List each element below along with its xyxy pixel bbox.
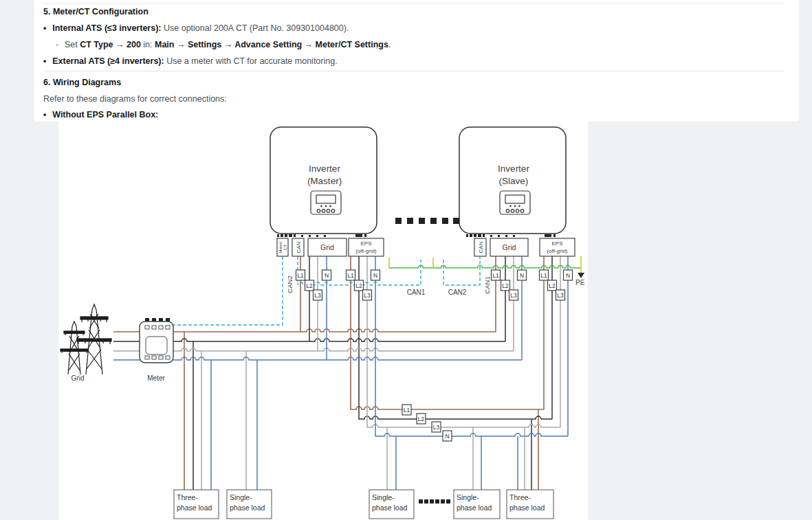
sub-seg4: Main → Settings → Advance Setting → Mete… [155,40,388,49]
port-label-can: CAN [478,241,484,253]
inverter-master-label-line2: (Master) [307,176,342,186]
wiring-diagram-image: PE Inverter (Master) [58,122,588,520]
port-label-eps-1: EPS [551,240,562,247]
bullet-bold-text: External ATS (≥4 inverters): [52,56,164,66]
grid-towers-label: Grid [72,374,85,382]
port-label-grid: Grid [503,243,516,251]
terminal-label-n: N [566,272,570,279]
terminal-labels-master-grid: L1 L2 L3 N [296,270,331,300]
bullet-text: Internal ATS (≤3 inverters): Use optiona… [52,23,349,33]
terminal-label-n: N [445,433,449,440]
meter-device [140,318,173,363]
inverter-display-panel-icon [311,191,341,214]
terminal-labels-eps-bus: L1 L2 L3 N [402,405,452,441]
inverter-bottom-ports-icon [466,234,556,237]
load-label-line1: Single- [230,493,252,501]
sub-seg1: Set [65,40,80,49]
load-label-line2: phase load [230,504,265,512]
terminal-label-l1: L1 [347,272,354,279]
load-label-line1: Single- [372,493,395,501]
terminal-label-n: N [520,272,524,279]
inverter-chain-ellipsis-icon [395,218,459,224]
terminal-label-n: N [373,272,377,279]
sub-bullet-marker: ◦ [56,41,58,49]
sub-bullet-ct-type: ◦ Set CT Type → 200 in: Main → Settings … [56,40,391,49]
inverter-display-panel-icon [500,191,530,214]
terminal-label-l1: L1 [492,272,499,279]
port-label-eps-2: (off-grid) [547,248,567,254]
sub-seg2: CT Type → 200 [80,40,141,49]
meter-label: Meter [147,374,165,382]
terminal-label-l2: L2 [502,282,509,289]
load-three-phase-left: Three- phase load [174,490,219,519]
bullet-bold-text: Without EPS Parallel Box: [52,110,158,120]
inverter-slave-unit: Inverter (Slave) [459,127,566,237]
load-single-phase-left: Single- phase load [227,490,272,519]
inverter-slave-label-line2: (Slave) [499,176,529,186]
terminal-label-l2: L2 [418,416,425,422]
port-label-can: CAN [296,241,302,253]
terminal-labels-master-eps: L1 L2 L3 N [347,270,380,300]
can2-bus-label: CAN2 [448,289,467,296]
terminal-label-l1: L1 [540,272,547,279]
section-6-heading: 6. Wiring Diagrams [43,78,121,87]
terminal-label-l1: L1 [404,407,410,414]
load-label-line2: phase load [509,504,545,512]
bullet-marker: • [43,110,46,120]
inverter-slave-label-line1: Inverter [498,163,529,174]
can2-port-label-vertical: CAN2 [286,275,294,293]
inverter-master-unit: Inverter (Master) [270,127,377,237]
load-single-phase-right: Single- phase load [454,490,500,519]
port-label-grid: Grid [320,243,334,251]
load-chain-ellipsis-icon [419,499,450,504]
terminal-label-n: N [325,272,329,279]
wire-group-l3-gray [113,256,560,490]
wiring-diagram-svg: PE Inverter (Master) [58,122,588,520]
port-label-eps-1: EPS [360,240,371,247]
bullet-rest-text: Use a meter with CT for accurate monitor… [166,56,337,66]
inverter-bottom-ports-icon [277,234,366,237]
bullet-text: External ATS (≥4 inverters): Use a meter… [52,56,337,66]
load-label-line2: phase load [372,504,408,512]
terminal-label-l1: L1 [297,272,304,279]
terminal-label-l2: L2 [549,282,556,289]
terminal-label-l3: L3 [364,292,371,299]
sub-seg5: . [388,40,391,49]
bullet-rest-text: Use optional 200A CT (Part No. 309301004… [164,23,349,33]
sub-seg3: in: [141,40,155,49]
grid-towers-icon [61,304,111,374]
load-label-line2: phase load [177,504,212,512]
port-label-meter-ct-1: Meter/ [278,241,283,253]
bullet-marker: • [43,56,46,66]
bullet-text: Without EPS Parallel Box: [52,110,158,120]
terminal-label-l2: L2 [306,282,313,289]
divider-section [43,71,784,71]
ground-arrow-icon [578,273,584,278]
terminal-label-l3: L3 [557,292,564,299]
divider-top [43,3,784,4]
load-label-line2: phase load [457,504,492,512]
inverter-master-label-line1: Inverter [309,163,340,174]
port-label-meter-ct-2: CT [283,245,287,250]
load-label-line1: Single- [457,493,479,501]
load-label-line1: Three- [177,493,198,501]
port-label-eps-2: (off-grid) [355,248,376,254]
document-content-card: 5. Meter/CT Configuration • Internal ATS… [34,0,799,122]
terminal-label-l3: L3 [510,292,517,299]
terminal-label-l2: L2 [355,282,362,289]
load-single-phase-middle: Single- phase load [369,490,414,519]
terminal-label-l3: L3 [433,424,440,431]
bullet-internal-ats: • Internal ATS (≤3 inverters): Use optio… [43,23,349,33]
sub-bullet-text: Set CT Type → 200 in: Main → Settings → … [65,40,391,49]
terminal-label-l3: L3 [314,292,321,299]
can1-bus-label: CAN1 [407,289,426,296]
pe-label: PE [575,279,585,286]
wire-group-n-blue [113,256,568,490]
section-5-heading: 5. Meter/CT Configuration [43,7,149,16]
wire-group-l1-brown [113,256,544,490]
terminal-labels-slave-grid: L1 L2 L3 N [492,270,527,300]
section-6-intro: Refer to these diagrams for correct conn… [43,94,227,104]
bullet-external-ats: • External ATS (≥4 inverters): Use a met… [43,56,338,66]
bullet-marker: • [43,23,46,33]
can1-port-label-vertical: CAN1 [483,276,491,293]
